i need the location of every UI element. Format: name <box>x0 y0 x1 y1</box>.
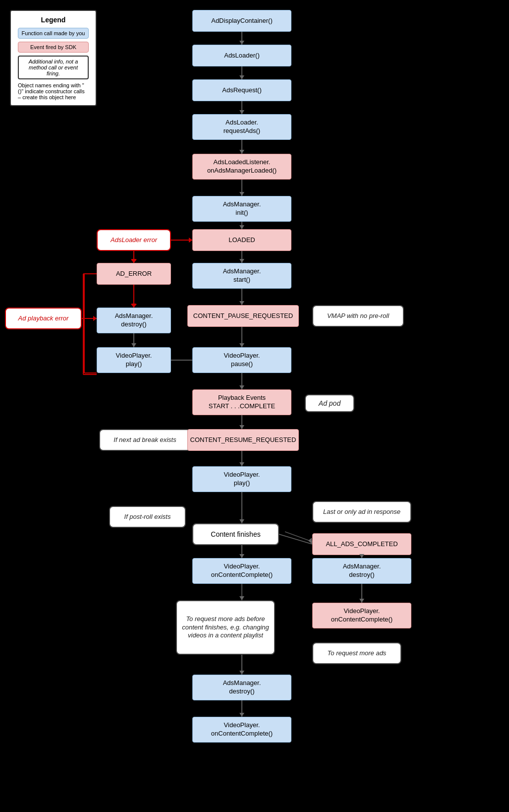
svg-marker-50 <box>239 343 244 347</box>
svg-marker-62 <box>239 596 244 600</box>
svg-marker-34 <box>239 41 244 45</box>
box-AdsLoader: AdsLoader() <box>192 45 291 66</box>
legend-note: Object names ending with "()" indicate c… <box>18 82 89 100</box>
legend: Legend Function call made by you Event f… <box>10 10 97 106</box>
box-LastOrOnlyAd: Last or only ad in response <box>312 501 411 523</box>
box-ToRequestMoreAds: To request more ads <box>312 642 401 664</box>
svg-marker-19 <box>131 304 137 308</box>
box-AdsManagerInit: AdsManager.init() <box>192 196 291 222</box>
svg-marker-82 <box>131 343 136 347</box>
svg-marker-17 <box>131 259 137 263</box>
svg-marker-36 <box>239 75 244 79</box>
legend-title: Legend <box>18 16 89 24</box>
box-AdPlaybackError: Ad playback error <box>5 308 82 329</box>
box-AdsLoadedListener: AdsLoadedListener.onAdsManagerLoaded() <box>192 154 291 180</box>
box-AdsManagerDestroy2: AdsManager.destroy() <box>312 558 411 584</box>
box-CONTENT-RESUME-REQUESTED: CONTENT_RESUME_REQUESTED <box>187 429 299 451</box>
svg-marker-15 <box>189 238 192 243</box>
svg-marker-66 <box>239 713 244 717</box>
svg-marker-68 <box>308 538 312 544</box>
svg-marker-72 <box>359 599 364 603</box>
box-AdsManagerStart: AdsManager.start() <box>192 263 291 289</box>
svg-marker-60 <box>239 554 244 558</box>
svg-marker-58 <box>239 519 244 523</box>
box-VideoPlayerOnContentComplete2: VideoPlayer.onContentComplete() <box>312 603 411 628</box>
box-VideoPlayerPlay2: VideoPlayer.play() <box>192 466 291 492</box>
svg-line-28 <box>285 532 312 542</box>
box-VideoPlayerPlay1: VideoPlayer.play() <box>97 347 171 373</box>
box-ToRequestMore: To request more ads before content finis… <box>176 600 275 655</box>
box-VideoPlayerOnContentComplete1: VideoPlayer.onContentComplete() <box>192 558 291 584</box>
box-AdsRequest: AdsRequest() <box>192 79 291 101</box>
box-AdsLoaderError: AdsLoader error <box>97 229 171 251</box>
box-LOADED: LOADED <box>192 229 291 251</box>
box-AD-ERROR: AD_ERROR <box>97 263 171 285</box>
svg-marker-42 <box>239 192 244 196</box>
box-VideoPlayerPause: VideoPlayer.pause() <box>192 347 291 373</box>
box-AdsManagerDestroy1: AdsManager.destroy() <box>97 308 171 333</box>
svg-marker-78 <box>131 304 136 308</box>
box-IfPostRoll: If post-roll exists <box>109 506 186 528</box>
svg-marker-80 <box>93 316 97 321</box>
svg-marker-48 <box>239 301 244 305</box>
box-IfNextAdBreak: If next ad break exists <box>99 429 191 451</box>
svg-marker-44 <box>239 225 244 229</box>
box-VideoPlayerOnContentComplete3: VideoPlayer.onContentComplete() <box>192 717 291 743</box>
svg-line-67 <box>279 534 312 544</box>
svg-marker-76 <box>131 259 136 263</box>
legend-blue-item: Function call made by you <box>18 28 89 39</box>
box-PlaybackEvents: Playback EventsSTART . . .COMPLETE <box>192 389 291 415</box>
svg-marker-64 <box>239 671 244 675</box>
diagram-container: Legend Function call made by you Event f… <box>0 0 509 812</box>
svg-marker-21 <box>93 316 97 321</box>
svg-marker-74 <box>189 238 192 243</box>
svg-marker-46 <box>239 259 244 263</box>
box-VmapNoPre: VMAP with no pre-roll <box>312 305 404 327</box>
svg-marker-54 <box>239 425 244 429</box>
box-ContentFinishes: Content finishes <box>192 523 279 545</box>
legend-info-item: Additional info, not a method call or ev… <box>18 56 89 79</box>
svg-marker-38 <box>239 110 244 114</box>
box-AdPod: Ad pod <box>305 394 354 412</box>
svg-marker-40 <box>239 150 244 154</box>
box-AdsManagerDestroy3: AdsManager.destroy() <box>192 675 291 700</box>
box-AdDisplayContainer: AdDisplayContainer() <box>192 10 291 32</box>
svg-marker-52 <box>239 385 244 389</box>
box-ALL-ADS-COMPLETED: ALL_ADS_COMPLETED <box>312 533 411 555</box>
box-CONTENT-PAUSE-REQUESTED: CONTENT_PAUSE_REQUESTED <box>187 305 299 327</box>
legend-pink-item: Event fired by SDK <box>18 42 89 53</box>
svg-marker-56 <box>239 462 244 466</box>
box-AdsLoaderRequestAds: AdsLoader.requestAds() <box>192 114 291 140</box>
